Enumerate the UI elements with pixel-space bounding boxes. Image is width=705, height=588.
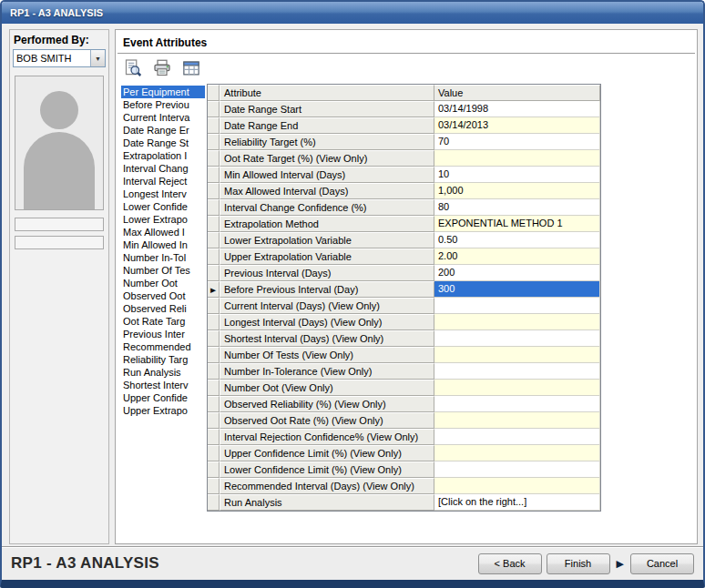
row-selector[interactable] bbox=[208, 248, 220, 265]
attribute-list-item[interactable]: Per Equipment bbox=[121, 86, 205, 98]
row-selector[interactable] bbox=[208, 396, 220, 412]
attribute-cell[interactable]: Number Of Tests (View Only) bbox=[220, 347, 434, 363]
value-cell[interactable] bbox=[434, 461, 600, 478]
row-selector[interactable] bbox=[208, 347, 220, 363]
value-cell[interactable] bbox=[434, 298, 600, 314]
value-cell[interactable]: 10 bbox=[434, 167, 600, 183]
attribute-list-item[interactable]: Upper Confide bbox=[121, 391, 205, 404]
row-selector[interactable]: ▶ bbox=[208, 281, 220, 298]
attribute-list-item[interactable]: Run Analysis bbox=[121, 366, 205, 379]
row-selector[interactable] bbox=[208, 330, 220, 347]
row-selector[interactable] bbox=[208, 150, 220, 167]
attribute-cell[interactable]: Before Previous Interval (Day) bbox=[220, 281, 434, 298]
attribute-cell[interactable]: Reliability Target (%) bbox=[220, 134, 434, 150]
value-cell[interactable]: 03/14/2013 bbox=[434, 117, 600, 134]
row-selector[interactable] bbox=[208, 101, 220, 117]
attribute-cell[interactable]: Oot Rate Target (%) (View Only) bbox=[220, 150, 434, 167]
row-selector[interactable] bbox=[208, 380, 220, 396]
attribute-list-item[interactable]: Observed Oot bbox=[121, 289, 205, 302]
row-selector[interactable] bbox=[208, 494, 220, 511]
attribute-list-item[interactable]: Date Range Er bbox=[121, 124, 205, 137]
row-selector[interactable] bbox=[208, 445, 220, 461]
attribute-list-item[interactable]: Number Oot bbox=[121, 277, 205, 289]
attribute-list-item[interactable]: Recommended bbox=[121, 340, 205, 353]
title-bar[interactable]: RP1 - A3 ANALYSIS bbox=[2, 2, 703, 24]
row-selector[interactable] bbox=[208, 167, 220, 183]
value-cell[interactable]: EXPONENTIAL METHOD 1 bbox=[434, 216, 600, 232]
attribute-list-item[interactable]: Reliability Targ bbox=[121, 353, 205, 366]
back-button[interactable]: < Back bbox=[478, 553, 542, 574]
attribute-cell[interactable]: Observed Reliability (%) (View Only) bbox=[220, 396, 434, 412]
value-cell[interactable]: 0.50 bbox=[434, 232, 600, 248]
attribute-list-item[interactable]: Number Of Tes bbox=[121, 264, 205, 277]
attribute-cell[interactable]: Observed Oot Rate (%) (View Only) bbox=[220, 412, 434, 429]
attribute-list-item[interactable]: Shortest Interv bbox=[121, 379, 205, 391]
row-selector[interactable] bbox=[208, 412, 220, 429]
attribute-cell[interactable]: Interval Rejection Confidence% (View Onl… bbox=[220, 429, 434, 445]
row-selector[interactable] bbox=[208, 199, 220, 216]
value-cell[interactable]: 2.00 bbox=[434, 248, 600, 265]
attribute-cell[interactable]: Shortest Interval (Days) (View Only) bbox=[220, 330, 434, 347]
attribute-list-item[interactable]: Observed Reli bbox=[121, 302, 205, 315]
value-cell[interactable] bbox=[434, 445, 600, 461]
attribute-cell[interactable]: Upper Extrapolation Variable bbox=[220, 248, 434, 265]
attribute-list-item[interactable]: Date Range St bbox=[121, 137, 205, 149]
finish-button[interactable]: Finish bbox=[547, 553, 610, 574]
row-selector[interactable] bbox=[208, 232, 220, 248]
grid-view-button[interactable] bbox=[181, 58, 201, 78]
attribute-cell[interactable]: Number Oot (View Only) bbox=[220, 380, 434, 396]
value-cell[interactable]: 1,000 bbox=[434, 183, 600, 199]
attribute-cell[interactable]: Number In-Tolerance (View Only) bbox=[220, 363, 434, 380]
attribute-cell[interactable]: Run Analysis bbox=[220, 494, 434, 511]
attribute-list-item[interactable]: Upper Extrapo bbox=[121, 404, 205, 417]
value-cell[interactable]: 70 bbox=[434, 134, 600, 150]
print-preview-button[interactable] bbox=[123, 58, 143, 78]
row-selector[interactable] bbox=[208, 216, 220, 232]
attribute-list-item[interactable]: Before Previou bbox=[121, 98, 205, 111]
row-selector[interactable] bbox=[208, 461, 220, 478]
row-selector[interactable] bbox=[208, 363, 220, 380]
attribute-list-item[interactable]: Previous Inter bbox=[121, 328, 205, 340]
attribute-cell[interactable]: Min Allowed Interval (Days) bbox=[220, 167, 434, 183]
attribute-list-item[interactable]: Current Interva bbox=[121, 111, 205, 124]
value-cell[interactable] bbox=[434, 396, 600, 412]
cancel-button[interactable]: Cancel bbox=[630, 553, 694, 574]
attribute-cell[interactable]: Lower Confidence Limit (%) (View Only) bbox=[220, 461, 434, 478]
attribute-cell[interactable]: Previous Interval (Days) bbox=[220, 265, 434, 281]
attribute-list-item[interactable]: Lower Extrapo bbox=[121, 213, 205, 226]
attribute-cell[interactable]: Lower Extrapolation Variable bbox=[220, 232, 434, 248]
attribute-list-item[interactable]: Lower Confide bbox=[121, 200, 205, 213]
attribute-cell[interactable]: Current Interval (Days) (View Only) bbox=[220, 298, 434, 314]
performed-by-dropdown[interactable]: BOB SMITH ▼ bbox=[13, 49, 106, 67]
attribute-cell[interactable]: Max Allowed Interval (Days) bbox=[220, 183, 434, 199]
row-selector[interactable] bbox=[208, 117, 220, 134]
value-cell[interactable] bbox=[434, 347, 600, 363]
value-cell[interactable]: 300 bbox=[434, 281, 600, 298]
attribute-list-item[interactable]: Interval Reject bbox=[121, 175, 205, 188]
value-cell[interactable]: 200 bbox=[434, 265, 600, 281]
value-column-header[interactable]: Value bbox=[434, 85, 600, 101]
row-selector[interactable] bbox=[208, 429, 220, 445]
attribute-list-item[interactable]: Number In-Tol bbox=[121, 251, 205, 264]
row-selector[interactable] bbox=[208, 478, 220, 494]
value-cell[interactable] bbox=[434, 363, 600, 380]
attribute-cell[interactable]: Date Range Start bbox=[220, 101, 434, 117]
attribute-cell[interactable]: Extrapolation Method bbox=[220, 216, 434, 232]
value-cell[interactable] bbox=[434, 380, 600, 396]
value-cell[interactable] bbox=[434, 150, 600, 167]
value-cell[interactable] bbox=[434, 429, 600, 445]
row-selector[interactable] bbox=[208, 314, 220, 330]
row-selector[interactable] bbox=[208, 183, 220, 199]
value-cell[interactable]: 03/14/1998 bbox=[434, 101, 600, 117]
attribute-list-item[interactable]: Min Allowed In bbox=[121, 238, 205, 251]
next-page-arrow-icon[interactable]: ▶ bbox=[615, 558, 626, 570]
row-selector[interactable] bbox=[208, 265, 220, 281]
attribute-list-item[interactable]: Longest Interv bbox=[121, 188, 205, 200]
value-cell[interactable]: [Click on the right...] bbox=[434, 494, 600, 511]
value-cell[interactable] bbox=[434, 478, 600, 494]
attribute-list-item[interactable]: Oot Rate Targ bbox=[121, 315, 205, 328]
print-button[interactable] bbox=[152, 58, 172, 78]
attribute-cell[interactable]: Upper Confidence Limit (%) (View Only) bbox=[220, 445, 434, 461]
value-cell[interactable] bbox=[434, 314, 600, 330]
row-selector[interactable] bbox=[208, 298, 220, 314]
